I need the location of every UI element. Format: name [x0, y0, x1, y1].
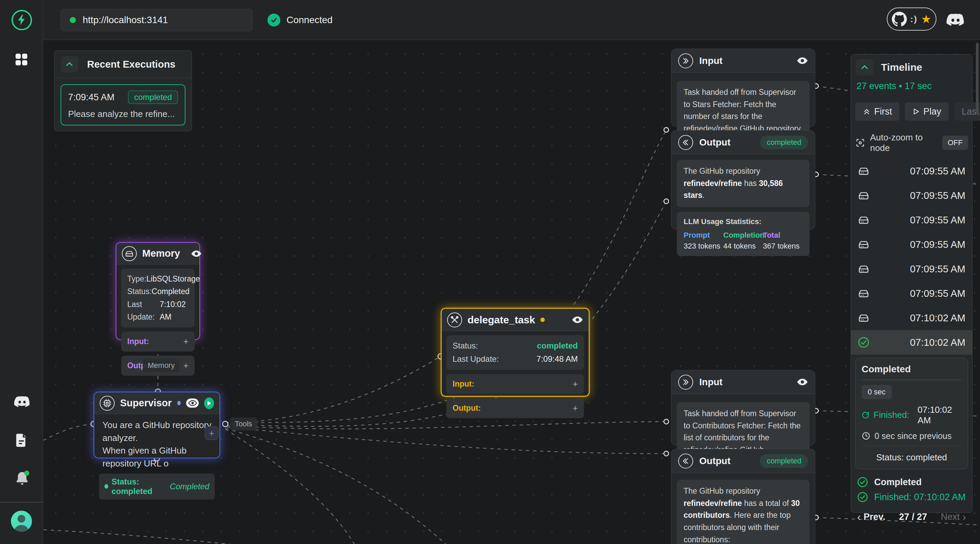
chevrons-up-icon: [862, 108, 871, 116]
next-chevron-icon[interactable]: ›: [962, 511, 966, 522]
user-avatar[interactable]: [11, 511, 32, 532]
delegate-output-expander[interactable]: Output: +: [447, 398, 584, 418]
output-panel-title: Output: [699, 137, 730, 148]
memory-event-icon: [858, 214, 869, 226]
supervisor-eye-toggle[interactable]: [186, 398, 199, 408]
timeline-event-row[interactable]: 07:09:55 AM: [851, 183, 972, 208]
timeline-panel: Timeline 27 events • 17 sec First Play L…: [851, 54, 972, 513]
input-eye-toggle[interactable]: [797, 56, 808, 65]
delegate-dot-icon: [540, 317, 545, 322]
delegate-task-node[interactable]: delegate_task Status:completed Last Upda…: [441, 308, 590, 397]
timeline-play-button[interactable]: Play: [905, 102, 949, 121]
timeline-event-row[interactable]: 07:09:55 AM: [851, 159, 972, 183]
delegate-eye-toggle[interactable]: [572, 316, 583, 324]
stars-output-panel: Output completed The GitHub repository r…: [671, 130, 815, 230]
canvas-scrollbar[interactable]: [976, 43, 978, 114]
timeline-event-row-selected[interactable]: 07:10:02 AM: [851, 330, 972, 355]
sidebar-grid-menu-button[interactable]: [14, 52, 29, 67]
server-url-input[interactable]: http://localhost:3141: [60, 9, 253, 31]
delegate-update-value: 7:09:48 AM: [537, 352, 578, 366]
sidebar-docs-button[interactable]: [14, 433, 29, 448]
delegate-task-title: delegate_task: [468, 314, 535, 326]
memory-event-icon: [858, 288, 869, 299]
output-message: The GitHub repository refinedev/refine h…: [677, 480, 810, 544]
check-circle-icon: [857, 477, 868, 488]
delegate-meta-card: Status:completed Last Update:7:09:48 AM: [447, 335, 584, 370]
supervisor-node-title: Supervisor: [120, 398, 172, 409]
timeline-event-row[interactable]: 07:09:55 AM: [851, 257, 972, 281]
output-message: The GitHub repository refinedev/refine h…: [677, 160, 810, 207]
collapse-timeline-button[interactable]: [856, 59, 873, 76]
github-smiley-label: :): [910, 14, 917, 24]
sidebar-discord-button[interactable]: [14, 394, 30, 411]
app-logo-button[interactable]: [11, 10, 32, 30]
autozoom-toggle-row[interactable]: Auto-zoom to node OFF: [851, 127, 972, 159]
delegate-status-value: completed: [537, 339, 578, 352]
collapse-recent-button[interactable]: [60, 56, 78, 73]
delegate-input-expander[interactable]: Input: +: [447, 374, 584, 394]
discord-icon: [946, 11, 965, 30]
execution-preview: Please analyze the refine...: [68, 109, 178, 119]
timeline-footer-completed: Completed: [851, 473, 972, 492]
prev-button[interactable]: Prev.: [864, 512, 885, 522]
memory-update-label: Last Update:: [127, 298, 159, 324]
github-star-button[interactable]: :) ★: [887, 8, 937, 30]
recent-executions-header: Recent Executions: [54, 51, 192, 78]
supervisor-prompt-expand-button[interactable]: +: [205, 427, 218, 440]
memory-event-icon: [858, 312, 869, 324]
supervisor-run-button[interactable]: [204, 398, 214, 409]
footer-finished-label: Finished: 07:10:02 AM: [874, 492, 966, 503]
event-duration-chip: 0 sec: [862, 385, 892, 399]
expand-plus-icon: +: [183, 360, 189, 371]
person-icon: [11, 511, 32, 532]
memory-input-expander[interactable]: Input: +: [121, 331, 195, 352]
refresh-icon: [862, 411, 869, 420]
timeline-event-row[interactable]: 07:09:55 AM: [851, 232, 972, 257]
supervisor-node-header: Supervisor: [94, 392, 220, 414]
contributors-input-panel: Input Task handed off from Supervisor to…: [671, 370, 815, 446]
execution-time: 7:09:45 AM: [68, 92, 115, 103]
supervisor-node[interactable]: Supervisor You are a GitHub repository a…: [94, 392, 220, 458]
expand-plus-icon: +: [183, 336, 189, 347]
delegate-output-label: Output:: [453, 404, 481, 413]
clock-icon: [862, 431, 870, 440]
document-icon: [14, 433, 29, 448]
supervisor-status-value: Completed: [170, 482, 209, 491]
llm-total-stat: Total367 tokens: [763, 231, 803, 251]
finished-time: 07:10:02 AM: [918, 404, 962, 426]
memory-status-value: Completed: [152, 285, 189, 298]
prev-chevron-icon[interactable]: ‹: [857, 511, 861, 522]
server-status-dot-icon: [70, 17, 76, 23]
memory-event-icon: [858, 190, 869, 201]
memory-node[interactable]: Memory Type:LibSQLStorage Status:Complet…: [116, 242, 200, 340]
timeline-event-row[interactable]: 07:09:55 AM: [851, 281, 972, 306]
memory-input-label: Input:: [127, 337, 149, 346]
app-window: Memory Tools http://localhost:3141 Conne…: [0, 0, 980, 544]
play-icon: [912, 108, 920, 115]
chevrons-right-icon: [678, 53, 693, 68]
timeline-event-row[interactable]: 07:10:02 AM: [851, 306, 972, 330]
timeline-pagination: ‹ Prev. 27 / 27 Next ›: [851, 507, 972, 526]
discord-link-button[interactable]: [946, 11, 965, 30]
autozoom-state-badge: OFF: [942, 136, 968, 150]
recent-executions-panel: Recent Executions 7:09:45 AM completed P…: [54, 50, 192, 131]
sidebar-notifications-button[interactable]: [14, 470, 30, 487]
chevrons-left-icon: [678, 454, 693, 468]
memory-meta-card: Type:LibSQLStorage Status:Completed Last…: [121, 269, 195, 327]
memory-eye-toggle[interactable]: [191, 249, 202, 258]
footer-completed-label: Completed: [874, 477, 922, 488]
input-panel-title: Input: [699, 56, 722, 66]
llm-usage-title: LLM Usage Statistics:: [684, 217, 803, 226]
supervisor-prompt-text: You are a GitHub repository analyzer. Wh…: [102, 419, 211, 470]
input-panel-header: Input: [671, 49, 815, 73]
supervisor-status-label: Status: completed: [111, 477, 170, 496]
execution-item[interactable]: 7:09:45 AM completed Please analyze the …: [60, 84, 185, 125]
execution-status-badge: completed: [128, 90, 178, 104]
memory-node-title: Memory: [142, 248, 180, 259]
llm-prompt-stat: Prompt323 tokens: [684, 231, 724, 251]
timeline-event-row[interactable]: 07:09:55 AM: [851, 208, 972, 232]
next-button[interactable]: Next: [941, 512, 960, 522]
timeline-first-button[interactable]: First: [855, 102, 899, 121]
timeline-title: Timeline: [881, 62, 922, 73]
input-eye-toggle[interactable]: [797, 378, 808, 386]
